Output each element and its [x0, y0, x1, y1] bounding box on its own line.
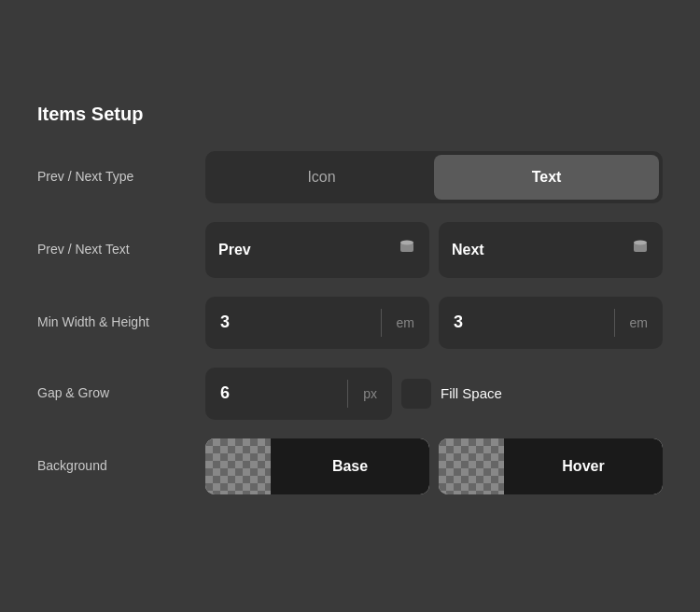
base-background-btn[interactable]: Base: [205, 438, 429, 494]
prev-next-type-label: Prev / Next Type: [37, 168, 205, 185]
min-width-height-label: Min Width & Height: [37, 313, 205, 330]
hover-label: Hover: [504, 438, 663, 494]
min-height-unit: em: [615, 315, 663, 330]
prev-next-type-controls: Icon Text: [205, 151, 663, 203]
next-text-icon: [631, 238, 650, 261]
next-text-field[interactable]: Next: [439, 222, 663, 278]
gap-field[interactable]: 6 px: [205, 368, 392, 420]
type-toggle-group: Icon Text: [205, 151, 663, 203]
gap-unit: px: [348, 386, 392, 401]
icon-toggle-btn[interactable]: Icon: [209, 155, 434, 200]
background-controls: Base Hover: [205, 438, 663, 494]
fill-space-label: Fill Space: [441, 385, 502, 401]
min-width-value: 3: [205, 313, 381, 332]
prev-text-value: Prev: [218, 242, 390, 258]
gap-grow-controls: 6 px Fill Space: [205, 368, 663, 420]
prev-text-icon: [398, 238, 416, 261]
prev-text-field[interactable]: Prev: [205, 222, 429, 278]
min-width-field[interactable]: 3 em: [205, 297, 429, 349]
prev-next-text-row: Prev / Next Text Prev Next: [37, 222, 663, 278]
items-setup-panel: Items Setup Prev / Next Type Icon Text P…: [0, 70, 700, 543]
svg-point-3: [634, 241, 647, 245]
prev-next-type-row: Prev / Next Type Icon Text: [37, 151, 663, 203]
next-text-value: Next: [452, 242, 623, 258]
prev-next-text-label: Prev / Next Text: [37, 241, 205, 257]
min-height-field[interactable]: 3 em: [439, 297, 663, 349]
gap-value: 6: [205, 383, 347, 403]
text-toggle-btn[interactable]: Text: [434, 155, 659, 200]
base-checkerboard: [205, 438, 271, 494]
prev-next-text-controls: Prev Next: [205, 222, 663, 278]
base-label: Base: [271, 438, 429, 494]
panel-title: Items Setup: [37, 104, 663, 125]
gap-grow-label: Gap & Grow: [37, 384, 205, 401]
fill-space-checkbox[interactable]: [401, 379, 431, 409]
fill-space-group: Fill Space: [401, 368, 502, 420]
gap-grow-row: Gap & Grow 6 px Fill Space: [37, 368, 663, 420]
min-width-height-controls: 3 em 3 em: [205, 297, 663, 349]
svg-point-1: [400, 241, 413, 245]
min-height-value: 3: [439, 313, 614, 332]
hover-checkerboard: [439, 438, 504, 494]
hover-background-btn[interactable]: Hover: [439, 438, 663, 494]
min-width-height-row: Min Width & Height 3 em 3 em: [37, 297, 663, 349]
min-width-unit: em: [382, 315, 429, 330]
background-row: Background Base Hover: [37, 438, 663, 494]
background-label: Background: [37, 457, 205, 474]
